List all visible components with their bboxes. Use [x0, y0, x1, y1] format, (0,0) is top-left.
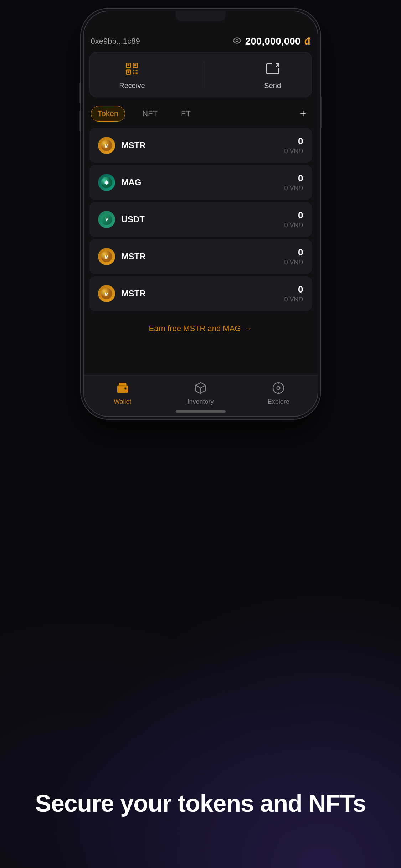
wallet-address: 0xe9bb...1c89: [91, 37, 140, 46]
token-left-usdt: ₮ USDT: [98, 211, 145, 228]
token-name-mstr-1: MSTR: [122, 140, 146, 150]
status-bar: [84, 11, 318, 29]
token-tabs: Token NFT FT +: [84, 106, 318, 122]
nav-item-inventory[interactable]: Inventory: [161, 381, 240, 405]
action-card: Receive Send: [89, 52, 312, 97]
token-item-mstr-1[interactable]: M MSTR 0 0 VND: [89, 128, 312, 163]
mstr-icon-2: M: [98, 248, 115, 265]
qr-code-icon: [123, 60, 141, 78]
nav-label-inventory: Inventory: [187, 398, 214, 405]
phone-frame: 0xe9bb...1c89 200,000,000 đ: [83, 11, 318, 417]
add-token-button[interactable]: +: [296, 107, 310, 121]
svg-text:M: M: [104, 143, 108, 149]
token-name-mstr-3: MSTR: [122, 289, 146, 299]
explore-icon: [271, 381, 286, 395]
token-vnd-mstr-3: 0 VND: [284, 296, 303, 303]
token-right: 0 0 VND: [284, 136, 303, 155]
mstr-icon: M: [98, 137, 115, 154]
volume-up-button: [79, 82, 82, 103]
send-icon: [263, 60, 282, 78]
nav-label-wallet: Wallet: [114, 398, 131, 405]
mstr-icon-3: M: [98, 285, 115, 302]
inventory-icon: [194, 381, 208, 395]
nav-label-explore: Explore: [268, 398, 289, 405]
home-indicator: [176, 410, 226, 413]
svg-point-0: [236, 39, 238, 42]
svg-point-23: [277, 387, 280, 390]
currency-symbol: đ: [304, 36, 310, 47]
token-left-mstr2: M MSTR: [98, 248, 146, 265]
receive-label: Receive: [119, 82, 145, 90]
volume-down-button: [79, 110, 82, 132]
phone-screen: 0xe9bb...1c89 200,000,000 đ: [84, 11, 318, 416]
earn-banner[interactable]: Earn free MSTR and MAG →: [89, 318, 312, 339]
token-name-mag: MAG: [122, 177, 142, 187]
token-name-usdt: USDT: [122, 215, 145, 224]
token-left: M MSTR: [98, 137, 146, 154]
token-right-usdt: 0 0 VND: [284, 210, 303, 229]
token-vnd-mstr-2: 0 VND: [284, 259, 303, 266]
tab-ft[interactable]: FT: [175, 106, 197, 121]
svg-rect-4: [128, 64, 129, 66]
svg-text:₮: ₮: [105, 217, 108, 223]
token-balance-mstr-1: 0: [284, 136, 303, 147]
token-list: M MSTR 0 0 VND: [84, 128, 318, 311]
token-item-usdt[interactable]: ₮ USDT 0 0 VND: [89, 202, 312, 237]
token-vnd-mstr-1: 0 VND: [284, 148, 303, 155]
nav-item-explore[interactable]: Explore: [240, 381, 318, 405]
token-balance-mag: 0: [284, 173, 303, 184]
token-balance-mstr-2: 0: [284, 247, 303, 258]
svg-text:M: M: [104, 291, 108, 297]
svg-point-20: [124, 389, 125, 390]
token-item-mstr-2[interactable]: M MSTR 0 0 VND: [89, 239, 312, 274]
balance-amount: 200,000,000: [245, 36, 301, 47]
headline-text: Secure your tokens and NFTs: [21, 789, 380, 818]
svg-rect-6: [128, 71, 129, 73]
token-right-mstr3: 0 0 VND: [284, 284, 303, 303]
mag-icon: 💎: [98, 174, 115, 191]
token-right-mstr2: 0 0 VND: [284, 247, 303, 266]
svg-point-22: [273, 383, 284, 393]
token-vnd-usdt: 0 VND: [284, 222, 303, 229]
token-balance-usdt: 0: [284, 210, 303, 221]
arrow-icon: →: [244, 324, 252, 333]
send-button[interactable]: Send: [263, 60, 282, 90]
bottom-text-section: Secure your tokens and NFTs: [0, 789, 401, 818]
background-gradient: [0, 547, 401, 868]
power-button: [320, 96, 322, 128]
svg-text:M: M: [104, 254, 108, 260]
wallet-header: 0xe9bb...1c89 200,000,000 đ: [84, 29, 318, 52]
receive-button[interactable]: Receive: [119, 60, 145, 90]
tab-token[interactable]: Token: [91, 106, 125, 122]
usdt-icon: ₮: [98, 211, 115, 228]
token-vnd-mag: 0 VND: [284, 185, 303, 192]
token-name-mstr-2: MSTR: [122, 252, 146, 262]
token-balance-mstr-3: 0: [284, 284, 303, 295]
token-left-mag: 💎 MAG: [98, 174, 142, 191]
wallet-icon: [115, 381, 130, 395]
token-left-mstr3: M MSTR: [98, 285, 146, 302]
earn-text: Earn free MSTR and MAG →: [95, 324, 306, 333]
eye-icon[interactable]: [232, 36, 242, 47]
phone-container: 0xe9bb...1c89 200,000,000 đ: [83, 11, 318, 417]
nav-item-wallet[interactable]: Wallet: [84, 381, 162, 405]
tab-nft[interactable]: NFT: [136, 106, 164, 121]
bottom-nav: Wallet Inventory: [84, 375, 318, 416]
action-divider: [204, 61, 204, 88]
token-item-mag[interactable]: 💎 MAG 0 0 VND: [89, 165, 312, 200]
send-label: Send: [264, 82, 281, 90]
token-right-mag: 0 0 VND: [284, 173, 303, 192]
balance-row: 200,000,000 đ: [232, 36, 310, 47]
token-item-mstr-3[interactable]: M MSTR 0 0 VND: [89, 276, 312, 311]
svg-rect-5: [134, 64, 136, 66]
notch: [176, 11, 226, 21]
